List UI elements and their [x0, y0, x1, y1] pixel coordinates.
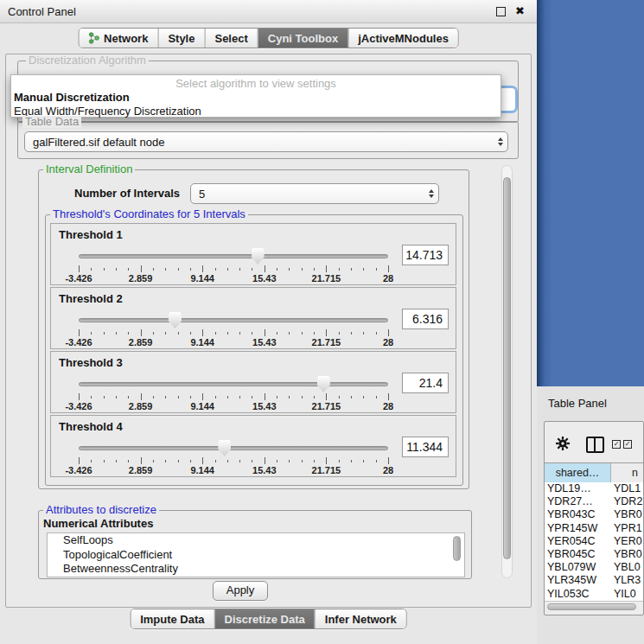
tick-label: 2.859	[129, 337, 153, 348]
slider-tick-labels: -3.4262.8599.14415.4321.71528	[79, 401, 388, 411]
checkbox-icon: ✓	[623, 440, 632, 449]
combo-stepper-icon	[424, 189, 438, 198]
combo-stepper-icon	[493, 137, 507, 146]
table-hscrollbar-thumb[interactable]	[547, 603, 636, 610]
threshold-panel-4: Threshold 4-3.4262.8599.14415.4321.71528…	[50, 415, 456, 477]
column-header-name[interactable]: n	[611, 463, 643, 483]
cell-name: YLR3	[610, 574, 643, 587]
cell-shared-name: YIL053C	[545, 588, 610, 601]
cell-shared-name: YPR145W	[545, 522, 610, 535]
algorithm-option-manual-discretization[interactable]: Manual Discretization	[11, 91, 501, 105]
attribute-item-selfloops[interactable]: SelfLoops	[48, 533, 464, 548]
table-hscrollbar[interactable]	[545, 601, 643, 613]
threshold-value-field[interactable]: 14.713	[402, 245, 449, 265]
tick-label: -3.426	[65, 337, 92, 348]
tab-impute-data[interactable]: Impute Data	[131, 609, 214, 628]
column-header-shared-name[interactable]: shared…	[545, 463, 611, 483]
table-row[interactable]: YLR345WYLR3	[545, 574, 643, 587]
attribute-item-topologicalcoefficient[interactable]: TopologicalCoefficient	[48, 548, 464, 563]
table-data-combobox[interactable]: galFiltered.sif default node	[24, 131, 508, 152]
threshold-value-field[interactable]: 6.316	[402, 309, 449, 329]
table-data-selected: galFiltered.sif default node	[25, 136, 493, 149]
tab-label: Style	[168, 32, 194, 45]
number-of-intervals-combobox[interactable]: 5	[190, 183, 439, 204]
table-row[interactable]: YDL19…YDL1	[545, 482, 643, 495]
cell-name: YDR2	[610, 495, 643, 508]
threshold-label: Threshold 1	[59, 228, 123, 241]
tab-style[interactable]: Style	[157, 29, 204, 48]
apply-button[interactable]: Apply	[213, 581, 268, 601]
numerical-attributes-list[interactable]: SelfLoopsTopologicalCoefficientBetweenne…	[47, 532, 465, 577]
interval-group-label: Interval Definition	[43, 163, 135, 175]
algorithm-group-label: Discretization Algorithm	[26, 54, 149, 67]
table-rows: YDL19…YDL1YDR27…YDR2YBR043CYBR0YPR145WYP…	[545, 482, 643, 601]
tick-label: 28	[383, 465, 393, 475]
control-panel-tabs: NetworkStyleSelectCyni ToolboxjActiveMNo…	[78, 28, 459, 48]
tab-infer-network[interactable]: Infer Network	[315, 609, 406, 628]
cell-name: YIL0	[610, 588, 643, 601]
attribute-item-betweennesscentrality[interactable]: BetweennessCentrality	[48, 562, 464, 577]
checkbox-columns-icon[interactable]: ✓ ✓	[612, 440, 632, 449]
tick-label: 15.43	[252, 337, 277, 348]
table-row[interactable]: YBR043CYBR0	[545, 508, 643, 521]
table-row[interactable]: YBL079WYBL0	[545, 561, 643, 574]
algorithm-popup-options: Manual DiscretizationEqual Width/Frequen…	[11, 91, 501, 118]
table-row[interactable]: YIL053CYIL0	[545, 588, 643, 601]
close-icon[interactable]: ✖	[515, 4, 525, 17]
numerical-attributes-label: Numerical Attributes	[43, 517, 153, 530]
table-row[interactable]: YER054CYER0	[545, 535, 643, 548]
tick-label: 2.859	[129, 273, 153, 284]
cell-name: YDL1	[610, 482, 643, 495]
slider-track[interactable]	[79, 254, 388, 258]
network-icon	[88, 32, 99, 44]
threshold-slider[interactable]: -3.4262.8599.14415.4321.71528	[79, 312, 388, 348]
table-row[interactable]: YDR27…YDR2	[545, 495, 643, 508]
control-panel: Control Panel ✖ NetworkStyleSelectCyni T…	[0, 0, 537, 644]
cell-shared-name: YLR345W	[545, 574, 610, 587]
tab-network[interactable]: Network	[79, 29, 157, 48]
tick-label: 9.144	[190, 401, 214, 411]
slider-thumb-icon[interactable]	[252, 248, 265, 265]
slider-thumb-icon[interactable]	[169, 312, 182, 328]
tab-select[interactable]: Select	[204, 29, 257, 48]
float-window-icon[interactable]	[496, 7, 506, 16]
threshold-value-field[interactable]: 11.344	[402, 437, 449, 457]
tick-label: -3.426	[65, 465, 92, 475]
slider-track[interactable]	[79, 446, 388, 450]
column-layout-icon[interactable]	[586, 437, 604, 453]
table-row[interactable]: YBR045CYBR0	[545, 548, 643, 561]
slider-thumb-icon[interactable]	[317, 376, 330, 392]
tab-jactivemnodules[interactable]: jActiveMNodules	[348, 29, 458, 48]
cell-name: YBL0	[610, 561, 643, 574]
threshold-value-field[interactable]: 21.4	[402, 373, 449, 393]
slider-thumb-icon[interactable]	[218, 440, 231, 456]
main-scrollbar[interactable]	[501, 165, 513, 578]
attributes-list-scrollbar[interactable]	[453, 535, 462, 575]
slider-ticks	[79, 393, 388, 400]
tab-discretize-data[interactable]: Discretize Data	[214, 609, 315, 628]
slider-track[interactable]	[79, 318, 388, 322]
threshold-slider[interactable]: -3.4262.8599.14415.4321.71528	[79, 248, 388, 284]
gear-icon[interactable]	[556, 437, 570, 450]
attributes-scrollbar-thumb[interactable]	[453, 536, 461, 561]
algorithm-option-equal-width-frequency-discretization[interactable]: Equal Width/Frequency Discretization	[11, 105, 501, 118]
threshold-slider[interactable]: -3.4262.8599.14415.4321.71528	[79, 376, 388, 411]
tab-label: Select	[214, 32, 247, 45]
tick-label: 9.144	[190, 465, 214, 475]
tick-label: 21.715	[312, 465, 341, 475]
cell-shared-name: YBR045C	[545, 548, 610, 561]
main-scrollbar-thumb[interactable]	[503, 177, 511, 559]
tab-cyni-toolbox[interactable]: Cyni Toolbox	[258, 29, 348, 48]
tick-label: 15.43	[252, 273, 277, 284]
tab-label: Discretize Data	[225, 613, 305, 626]
table-row[interactable]: YPR145WYPR1	[545, 522, 643, 535]
tick-label: 28	[383, 401, 393, 411]
threshold-panel-3: Threshold 3-3.4262.8599.14415.4321.71528…	[50, 351, 456, 413]
threshold-slider[interactable]: -3.4262.8599.14415.4321.71528	[79, 440, 388, 475]
slider-track[interactable]	[79, 382, 388, 386]
slider-ticks	[79, 265, 388, 272]
threshold-label: Threshold 3	[59, 356, 123, 369]
threshold-panel-2: Threshold 2-3.4262.8599.14415.4321.71528…	[50, 287, 456, 349]
tick-label: 28	[383, 273, 393, 284]
cell-name: YBR0	[610, 548, 643, 561]
